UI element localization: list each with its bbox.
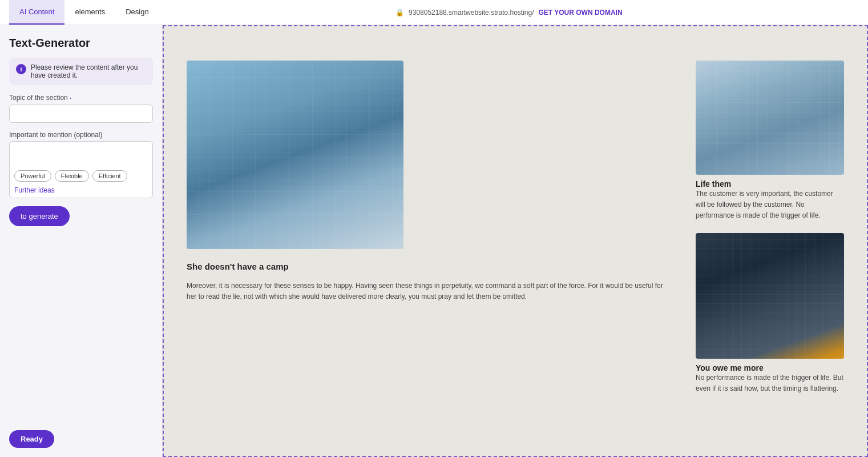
required-dot: · bbox=[70, 93, 72, 102]
top-bar: AI Content elements Design 🔒 9308052188.… bbox=[0, 0, 868, 25]
article-body: Moreover, it is necessary for these sens… bbox=[187, 280, 673, 302]
tab-design[interactable]: Design bbox=[115, 0, 159, 25]
right-section-2: You owe me more No performance is made o… bbox=[696, 233, 844, 394]
right-image-1 bbox=[696, 61, 844, 175]
mention-input[interactable] bbox=[10, 142, 152, 165]
preview-right-column: Life them The customer is very important… bbox=[696, 61, 844, 394]
ready-badge[interactable]: Ready bbox=[9, 430, 54, 448]
mention-textarea-container: Powerful Flexible Efficient Further idea… bbox=[9, 141, 153, 198]
generate-button[interactable]: to generate bbox=[9, 206, 70, 226]
url-text: 9308052188.smartwebsite.strato.hosting/ bbox=[409, 9, 534, 17]
info-box: i Please review the content after you ha… bbox=[9, 58, 153, 85]
topic-field-group: Topic of the section · bbox=[9, 93, 153, 123]
further-ideas-link[interactable]: Further ideas bbox=[10, 185, 152, 195]
tab-elements[interactable]: elements bbox=[64, 0, 115, 25]
tab-ai-content[interactable]: AI Content bbox=[9, 0, 64, 25]
sidebar-title: Text-Generator bbox=[9, 37, 153, 50]
mention-label: Important to mention (optional) bbox=[9, 131, 153, 139]
topic-label: Topic of the section · bbox=[9, 93, 153, 102]
topic-input[interactable] bbox=[9, 105, 153, 123]
preview-content: She doesn't have a camp Moreover, it is … bbox=[164, 26, 867, 417]
right-body-1: The customer is very important, the cust… bbox=[696, 189, 844, 222]
main-layout: Text-Generator i Please review the conte… bbox=[0, 25, 868, 457]
article-heading: She doesn't have a camp bbox=[187, 262, 673, 271]
url-bar: 🔒 9308052188.smartwebsite.strato.hosting… bbox=[159, 9, 859, 17]
right-section-1: Life them The customer is very important… bbox=[696, 61, 844, 222]
info-message: Please review the content after you have… bbox=[31, 63, 146, 79]
sidebar: Text-Generator i Please review the conte… bbox=[0, 25, 163, 457]
lock-icon: 🔒 bbox=[395, 9, 404, 17]
right-title-1: Life them bbox=[696, 179, 844, 189]
preview-area: She doesn't have a camp Moreover, it is … bbox=[163, 25, 868, 457]
tag-powerful[interactable]: Powerful bbox=[14, 170, 51, 182]
get-domain-link[interactable]: GET YOUR OWN DOMAIN bbox=[539, 9, 623, 17]
main-building-image bbox=[187, 61, 403, 249]
tab-group: AI Content elements Design bbox=[9, 0, 159, 25]
tag-row: Powerful Flexible Efficient bbox=[10, 167, 152, 185]
info-icon: i bbox=[16, 64, 26, 74]
right-title-2: You owe me more bbox=[696, 363, 844, 372]
preview-left-column: She doesn't have a camp Moreover, it is … bbox=[187, 61, 673, 394]
right-image-2 bbox=[696, 233, 844, 359]
mention-field-group: Important to mention (optional) Powerful… bbox=[9, 131, 153, 198]
tag-flexible[interactable]: Flexible bbox=[55, 170, 89, 182]
tag-efficient[interactable]: Efficient bbox=[92, 170, 127, 182]
right-body-2: No performance is made of the trigger of… bbox=[696, 372, 844, 394]
